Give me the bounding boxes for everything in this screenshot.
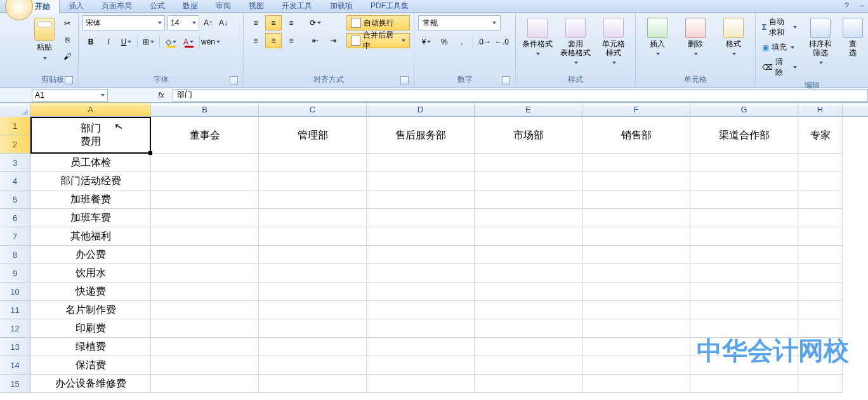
clear-button[interactable]: ⌫清除: [760, 55, 799, 79]
format-cell-button[interactable]: 格式: [716, 15, 751, 57]
cell[interactable]: [582, 154, 690, 172]
cell[interactable]: [798, 190, 843, 209]
cell[interactable]: [367, 264, 475, 283]
bold-button[interactable]: B: [82, 34, 99, 50]
row-header-8[interactable]: 8: [0, 246, 30, 264]
copy-button[interactable]: ⎘: [60, 33, 74, 47]
cell[interactable]: [798, 283, 843, 301]
cell[interactable]: [367, 227, 475, 246]
cell[interactable]: [690, 190, 798, 209]
cell[interactable]: [582, 264, 690, 283]
cell[interactable]: [690, 264, 798, 283]
cell[interactable]: [259, 319, 367, 338]
cell-D1[interactable]: 售后服务部: [367, 117, 475, 154]
cell[interactable]: [151, 283, 259, 301]
cell[interactable]: [151, 356, 259, 375]
minimize-ribbon-icon[interactable]: −: [860, 1, 864, 10]
row-header-11[interactable]: 11: [0, 301, 30, 319]
tab-data[interactable]: 数据: [174, 0, 207, 13]
col-header-F[interactable]: F: [582, 103, 690, 116]
row-header-5[interactable]: 5: [0, 190, 30, 209]
cell-A9[interactable]: 饮用水: [30, 264, 151, 283]
col-header-E[interactable]: E: [475, 103, 582, 116]
cell-A4[interactable]: 部门活动经费: [30, 172, 151, 190]
align-middle-button[interactable]: ≡: [265, 15, 282, 30]
cell-A11[interactable]: 名片制作费: [30, 301, 151, 319]
row-header-3[interactable]: 3: [0, 154, 30, 172]
cell[interactable]: [475, 246, 582, 264]
row-header-12[interactable]: 12: [0, 319, 30, 338]
cut-button[interactable]: ✂: [60, 17, 74, 30]
cell[interactable]: [259, 264, 367, 283]
paste-button[interactable]: 粘贴: [31, 15, 58, 62]
format-painter-button[interactable]: 🖌: [60, 50, 74, 63]
cell[interactable]: [690, 172, 798, 190]
align-top-button[interactable]: ≡: [247, 15, 264, 30]
sort-filter-button[interactable]: 排序和 筛选: [806, 15, 835, 66]
align-right-button[interactable]: ≡: [283, 33, 299, 48]
decrease-decimal-button[interactable]: ←.0: [494, 34, 510, 50]
tab-view[interactable]: 视图: [240, 0, 273, 13]
cell-A6[interactable]: 加班车费: [30, 209, 151, 227]
cell[interactable]: [582, 338, 690, 356]
align-center-button[interactable]: ≡: [265, 33, 282, 48]
cell[interactable]: [798, 209, 843, 227]
cell[interactable]: [367, 154, 475, 172]
cell-H1[interactable]: 专家: [798, 117, 843, 154]
decrease-indent-button[interactable]: ⇤: [307, 33, 324, 48]
row-header-9[interactable]: 9: [0, 264, 30, 283]
cell[interactable]: [259, 356, 367, 375]
cell-E1[interactable]: 市场部: [475, 117, 582, 154]
cell[interactable]: [475, 338, 582, 356]
row-header-10[interactable]: 10: [0, 283, 30, 301]
cell-A10[interactable]: 快递费: [30, 283, 151, 301]
cell[interactable]: [690, 301, 798, 319]
alignment-launcher[interactable]: [400, 76, 409, 84]
cell[interactable]: [151, 154, 259, 172]
cell[interactable]: [367, 319, 475, 338]
underline-button[interactable]: U: [118, 34, 135, 50]
cell[interactable]: [259, 375, 367, 393]
cell[interactable]: [475, 375, 582, 393]
cell-G1[interactable]: 渠道合作部: [690, 117, 798, 154]
tab-formulas[interactable]: 公式: [141, 0, 174, 13]
select-all-corner[interactable]: [0, 103, 30, 117]
cell-A7[interactable]: 其他福利: [30, 227, 151, 246]
cell-A13[interactable]: 绿植费: [30, 338, 151, 356]
currency-button[interactable]: ¥: [418, 34, 435, 50]
row-header-6[interactable]: 6: [0, 209, 30, 227]
cell[interactable]: [367, 190, 475, 209]
merge-center-button[interactable]: 合并后居中: [346, 33, 410, 48]
row-header-1[interactable]: 1: [0, 117, 30, 135]
col-header-C[interactable]: C: [259, 103, 367, 116]
cell[interactable]: [259, 227, 367, 246]
cell[interactable]: [151, 172, 259, 190]
format-as-table-button[interactable]: 套用 表格格式: [558, 15, 593, 66]
autosum-button[interactable]: Σ自动求和: [760, 15, 799, 39]
fill-color-button[interactable]: ◇: [162, 34, 179, 50]
cell-F1[interactable]: 销售部: [582, 117, 690, 154]
cell[interactable]: [151, 338, 259, 356]
percent-button[interactable]: %: [436, 34, 452, 50]
fill-handle[interactable]: [148, 151, 152, 155]
tab-addins[interactable]: 加载项: [321, 0, 362, 13]
row-header-14[interactable]: 14: [0, 356, 30, 375]
cell[interactable]: [151, 375, 259, 393]
cell-A1-merged[interactable]: 部门 费用 ↖: [30, 117, 151, 154]
cell[interactable]: [151, 190, 259, 209]
increase-font-button[interactable]: A↑: [202, 17, 214, 29]
cell[interactable]: [690, 246, 798, 264]
clipboard-launcher[interactable]: [65, 76, 73, 84]
cell[interactable]: [259, 172, 367, 190]
cell[interactable]: [582, 172, 690, 190]
cell[interactable]: [259, 338, 367, 356]
tab-pdf-tools[interactable]: PDF工具集: [362, 0, 418, 13]
cell[interactable]: [798, 154, 843, 172]
row-header-2[interactable]: 2: [0, 135, 30, 154]
cell[interactable]: [798, 356, 843, 375]
cell[interactable]: [690, 283, 798, 301]
cell[interactable]: [690, 319, 798, 338]
cell[interactable]: [259, 246, 367, 264]
cell[interactable]: [475, 190, 582, 209]
cell[interactable]: [151, 209, 259, 227]
